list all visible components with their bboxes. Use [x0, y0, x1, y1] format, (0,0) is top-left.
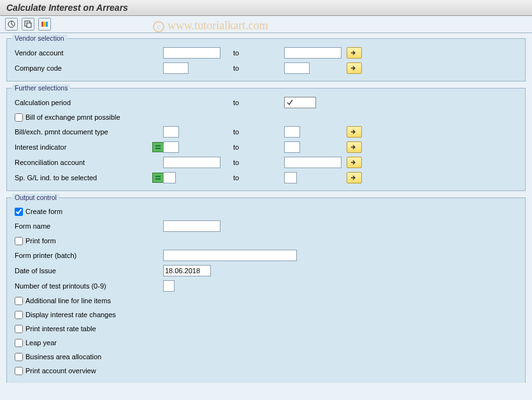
group-title-output: Output control: [12, 194, 59, 201]
input-bill-doc-type-to[interactable]: [284, 126, 300, 138]
input-num-test[interactable]: [163, 280, 175, 292]
window-title: Calculate Interest on Arrears: [0, 0, 532, 16]
input-vendor-account-to[interactable]: [284, 47, 341, 59]
svg-rect-6: [44, 22, 46, 27]
label-vendor-account: Vendor account: [13, 49, 163, 57]
label-ba-alloc: Business area allocation: [25, 353, 101, 361]
checkbox-leap-year[interactable]: [15, 339, 23, 347]
label-to: to: [220, 49, 284, 57]
svg-rect-5: [41, 22, 43, 27]
input-recon-from[interactable]: [163, 157, 220, 168]
label-display-changes: Display interest rate changes: [25, 311, 116, 318]
multi-select-sp-gl[interactable]: [347, 172, 362, 183]
input-calc-period-to[interactable]: [284, 97, 316, 108]
label-create-form: Create form: [25, 208, 62, 215]
group-vendor-selection: Vendor selection Vendor account to Compa…: [6, 38, 526, 82]
checkbox-addl-line[interactable]: [15, 297, 23, 305]
label-to: to: [220, 174, 284, 182]
input-company-code-to[interactable]: [284, 62, 310, 74]
label-print-overview: Print account overview: [25, 367, 96, 375]
input-form-printer[interactable]: [163, 250, 297, 261]
label-to: to: [220, 64, 284, 72]
group-output-control: Output control Create form Form name Pri…: [6, 197, 526, 383]
label-to: to: [220, 128, 284, 136]
group-title-vendor: Vendor selection: [12, 34, 67, 42]
label-print-form: Print form: [25, 237, 56, 245]
label-sp-gl: Sp. G/L ind. to be selected: [13, 173, 163, 183]
input-date-of-issue[interactable]: [163, 265, 211, 276]
label-calc-period: Calculation period: [13, 99, 163, 106]
input-sp-gl-from[interactable]: [163, 172, 176, 183]
input-interest-ind-to[interactable]: [284, 141, 300, 153]
label-interest-indicator: Interest indicator: [13, 142, 163, 152]
label-num-test: Number of test printouts (0-9): [13, 282, 163, 290]
color-legend-button[interactable]: [38, 18, 51, 31]
input-form-name[interactable]: [163, 220, 220, 232]
label-form-name: Form name: [13, 222, 163, 230]
checkbox-create-form[interactable]: [15, 208, 23, 216]
label-company-code: Company code: [13, 64, 163, 72]
checkbox-print-overview[interactable]: [15, 367, 23, 375]
svg-rect-4: [27, 23, 31, 27]
label-addl-line: Additional line for line items: [25, 297, 111, 304]
input-vendor-account-from[interactable]: [163, 47, 220, 59]
label-recon-account: Reconciliation account: [13, 159, 163, 166]
input-company-code-from[interactable]: [163, 62, 189, 74]
variant-button[interactable]: [22, 18, 34, 31]
equal-icon: [152, 142, 164, 152]
main-area: Vendor selection Vendor account to Compa…: [0, 33, 532, 400]
multi-select-vendor-account[interactable]: [347, 47, 362, 59]
label-to: to: [220, 159, 284, 166]
label-leap-year: Leap year: [25, 339, 57, 346]
checkbox-ba-alloc[interactable]: [15, 353, 23, 361]
label-bill-exch-possible: Bill of exchange pmnt possible: [25, 113, 120, 121]
label-to: to: [220, 99, 284, 106]
input-recon-to[interactable]: [284, 157, 341, 168]
checkbox-print-form[interactable]: [15, 237, 23, 245]
label-form-printer: Form printer (batch): [13, 252, 163, 259]
svg-rect-7: [46, 22, 48, 27]
label-print-table: Print interest rate table: [25, 325, 96, 332]
multi-select-bill-doc-type[interactable]: [347, 126, 362, 138]
multi-select-interest-ind[interactable]: [347, 141, 362, 153]
label-date-of-issue: Date of Issue: [13, 267, 163, 275]
input-bill-doc-type-from[interactable]: [163, 126, 179, 138]
execute-button[interactable]: [5, 18, 18, 31]
checkbox-print-table[interactable]: [15, 325, 23, 333]
svg-line-2: [11, 24, 13, 25]
equal-icon: [152, 173, 164, 183]
checkbox-bill-exch-possible[interactable]: [15, 113, 23, 122]
multi-select-company-code[interactable]: [347, 62, 362, 74]
group-title-further: Further selections: [12, 84, 70, 92]
input-interest-ind-from[interactable]: [163, 141, 179, 153]
label-to: to: [220, 143, 284, 151]
toolbar: [0, 16, 532, 33]
multi-select-recon[interactable]: [347, 157, 362, 168]
label-bill-doc-type: Bill/exch. pmnt document type: [13, 128, 163, 136]
checkbox-display-changes[interactable]: [15, 311, 23, 319]
group-further-selections: Further selections Calculation period to…: [6, 88, 526, 191]
input-sp-gl-to[interactable]: [284, 172, 297, 183]
